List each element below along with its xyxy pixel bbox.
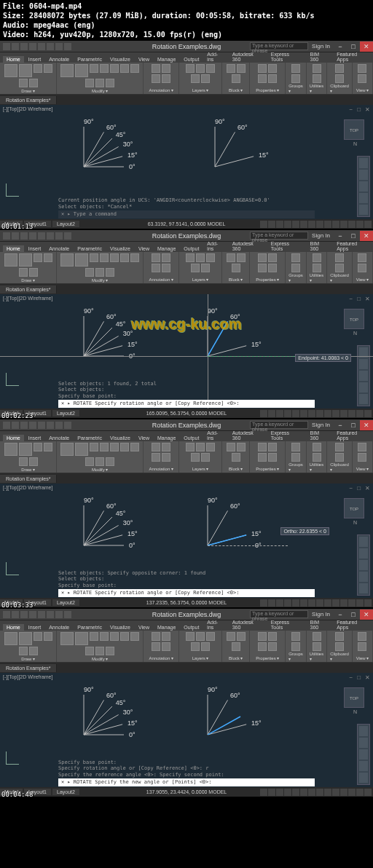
- nav-tool[interactable]: [359, 382, 368, 392]
- ribbon-button[interactable]: [206, 632, 215, 641]
- qat-button[interactable]: [55, 611, 63, 618]
- ribbon-button[interactable]: [152, 64, 160, 73]
- drawing-viewport[interactable]: [-][Top][2D Wireframe]−□✕TOPN90°60°45°30…: [0, 105, 373, 229]
- ribbon-button[interactable]: [152, 253, 160, 262]
- ribbon-button[interactable]: [313, 253, 321, 262]
- ribbon-button[interactable]: [29, 268, 38, 277]
- ribbon-tab[interactable]: View: [135, 435, 153, 441]
- ribbon-button[interactable]: [90, 632, 98, 641]
- status-toggle[interactable]: [324, 410, 331, 417]
- qat-button[interactable]: [3, 43, 10, 50]
- ribbon-button[interactable]: [106, 79, 114, 87]
- ribbon-button[interactable]: [29, 457, 38, 466]
- close-button[interactable]: ✕: [360, 609, 373, 620]
- ribbon-tab[interactable]: Add-ins: [203, 51, 227, 63]
- ribbon-button[interactable]: [268, 453, 277, 462]
- status-toggle[interactable]: [300, 410, 307, 417]
- ribbon-button[interactable]: [291, 632, 300, 641]
- restore-icon[interactable]: □: [357, 296, 361, 302]
- close-icon[interactable]: ✕: [365, 485, 370, 492]
- ribbon-button[interactable]: [358, 443, 366, 451]
- status-toggle[interactable]: [260, 410, 267, 417]
- status-toggle[interactable]: [308, 221, 315, 228]
- qat-button[interactable]: [3, 611, 10, 618]
- ribbon-button[interactable]: [60, 632, 74, 645]
- ribbon-button[interactable]: [106, 647, 114, 655]
- status-toggle[interactable]: [276, 221, 283, 228]
- ribbon-button[interactable]: [4, 443, 17, 456]
- ribbon-button[interactable]: [196, 443, 205, 451]
- ribbon-button[interactable]: [130, 64, 139, 73]
- qat-button[interactable]: [64, 611, 71, 618]
- status-toggle[interactable]: [364, 789, 372, 796]
- ribbon-button[interactable]: [291, 74, 300, 83]
- ribbon-button[interactable]: [34, 64, 42, 73]
- ribbon-tab[interactable]: Annotate: [45, 56, 73, 63]
- ribbon-button[interactable]: [75, 632, 88, 645]
- ribbon-button[interactable]: [201, 453, 210, 462]
- ribbon-button[interactable]: [19, 64, 32, 77]
- ribbon-button[interactable]: [130, 443, 139, 451]
- status-toggle[interactable]: [324, 221, 331, 228]
- ribbon-tab[interactable]: View: [135, 56, 153, 63]
- maximize-button[interactable]: □: [347, 42, 360, 52]
- status-toggle[interactable]: [276, 789, 283, 796]
- status-toggle[interactable]: [316, 410, 323, 417]
- viewport-label[interactable]: [-][Top][2D Wireframe]: [3, 674, 52, 679]
- layout-tab[interactable]: Layout2: [52, 221, 79, 227]
- drawing-viewport[interactable]: [-][Top][2D Wireframe]−□✕TOPN90°60°45°30…: [0, 294, 373, 418]
- ribbon-button[interactable]: [232, 74, 240, 83]
- ribbon-button[interactable]: [186, 632, 195, 641]
- ribbon-button[interactable]: [268, 264, 277, 272]
- ribbon-tab[interactable]: Express Tools: [267, 619, 306, 631]
- nav-tool[interactable]: [359, 193, 368, 203]
- ribbon-button[interactable]: [75, 443, 88, 456]
- ribbon-tab[interactable]: Output: [180, 56, 203, 63]
- nav-tool[interactable]: [359, 572, 368, 582]
- nav-tool[interactable]: [359, 170, 368, 180]
- ribbon-button[interactable]: [227, 253, 235, 262]
- ribbon-button[interactable]: [60, 64, 74, 77]
- ribbon-button[interactable]: [120, 632, 129, 641]
- ribbon-tab[interactable]: Featured Apps: [333, 619, 373, 631]
- minimize-icon[interactable]: −: [349, 485, 353, 492]
- close-button[interactable]: ✕: [360, 42, 373, 52]
- ribbon-tab[interactable]: Home: [3, 56, 24, 63]
- ribbon-button[interactable]: [162, 74, 170, 83]
- ribbon-button[interactable]: [291, 453, 300, 462]
- ribbon-button[interactable]: [110, 253, 119, 262]
- ribbon-button[interactable]: [237, 64, 246, 73]
- ribbon-button[interactable]: [152, 453, 160, 462]
- status-toggle[interactable]: [268, 599, 275, 607]
- minimize-button[interactable]: −: [334, 42, 347, 52]
- ribbon-tab[interactable]: Add-ins: [203, 240, 227, 252]
- status-toggle[interactable]: [348, 221, 356, 228]
- nav-tool[interactable]: [359, 560, 368, 570]
- ribbon-tab[interactable]: Add-ins: [203, 430, 227, 441]
- restore-icon[interactable]: □: [357, 485, 361, 492]
- ribbon-tab[interactable]: Annotate: [45, 624, 73, 631]
- ribbon-tab[interactable]: Express Tools: [267, 430, 306, 441]
- status-toggle[interactable]: [316, 221, 323, 228]
- layout-tab[interactable]: Layout2: [52, 789, 79, 795]
- ribbon-button[interactable]: [19, 79, 28, 87]
- ribbon-button[interactable]: [268, 64, 277, 73]
- ribbon-button[interactable]: [258, 453, 267, 462]
- ribbon-button[interactable]: [335, 253, 344, 262]
- qat-button[interactable]: [20, 611, 28, 618]
- ribbon-button[interactable]: [90, 253, 98, 262]
- ribbon-button[interactable]: [335, 632, 344, 641]
- viewport-label[interactable]: [-][Top][2D Wireframe]: [3, 485, 52, 490]
- ribbon-button[interactable]: [100, 632, 109, 641]
- close-icon[interactable]: ✕: [365, 674, 370, 681]
- status-toggle[interactable]: [356, 410, 364, 417]
- ribbon-button[interactable]: [95, 457, 104, 466]
- ribbon-tab[interactable]: Home: [3, 624, 24, 631]
- command-line[interactable]: ✕ ▸ ROTATE Specify rotation angle or [Co…: [58, 400, 315, 408]
- ribbon-button[interactable]: [358, 264, 366, 272]
- ribbon-button[interactable]: [186, 64, 195, 73]
- qat-button[interactable]: [47, 422, 54, 429]
- restore-icon[interactable]: □: [357, 674, 361, 681]
- ribbon-tab[interactable]: Manage: [154, 624, 179, 631]
- ribbon-button[interactable]: [313, 443, 321, 451]
